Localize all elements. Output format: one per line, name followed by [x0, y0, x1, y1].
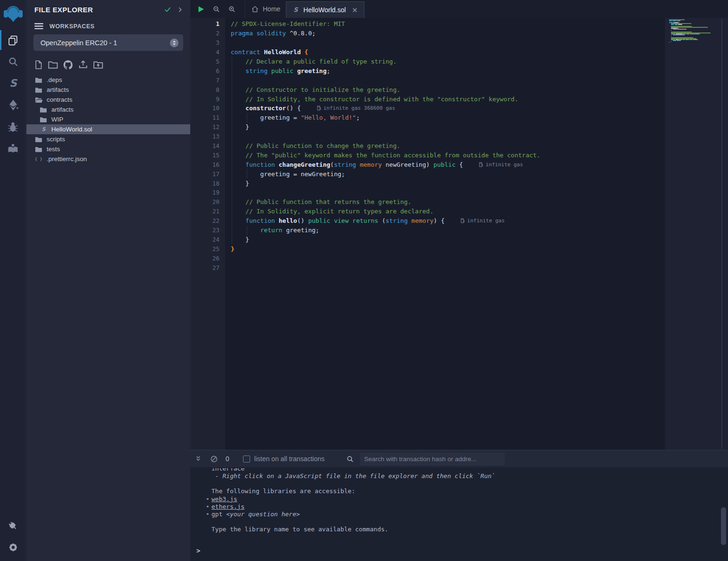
code-line-11[interactable]: 11 greeting = "Hello, World!"; [190, 113, 665, 122]
tab-active-label: HelloWorld.sol [303, 6, 346, 14]
tree-item-label: artifacts [51, 106, 73, 113]
zoom-out-icon[interactable] [212, 5, 220, 13]
code-line-9[interactable]: 9 // In Solidity, the constructor is def… [190, 94, 665, 104]
close-tab-icon[interactable] [351, 7, 358, 14]
tree-item-artifacts[interactable]: artifacts [26, 85, 190, 95]
collapse-terminal-icon[interactable] [194, 455, 202, 463]
terminal-line: - Right click on a JavaScript file in th… [211, 472, 728, 480]
gas-estimate-badge[interactable]: infinite gas 368600 gas [317, 105, 395, 111]
clone-github-icon[interactable] [63, 59, 73, 70]
code-line-4[interactable]: 4contract HelloWorld { [190, 48, 665, 57]
code-line-6[interactable]: 6 string public greeting; [190, 66, 665, 75]
code-editor[interactable]: 1// SPDX-License-Identifier: MIT2pragma … [190, 18, 728, 450]
line-number: 8 [190, 86, 225, 93]
terminal-scrollbar-thumb[interactable] [721, 507, 726, 545]
remix-logo[interactable] [0, 3, 26, 26]
home-icon [251, 5, 259, 13]
workspaces-menu-icon[interactable] [34, 23, 43, 30]
terminal-prompt[interactable]: > [194, 547, 728, 554]
line-text: return greeting; [231, 227, 319, 234]
clear-console-icon[interactable] [210, 455, 218, 463]
line-number: 17 [190, 171, 225, 178]
code-line-13[interactable]: 13 [190, 132, 665, 141]
code-line-20[interactable]: 20 // Public function that returns the g… [190, 197, 665, 207]
tree-item-artifacts[interactable]: artifacts [26, 105, 190, 114]
code-line-26[interactable]: 26 [190, 253, 665, 263]
file-explorer-panel: FILE EXPLORER WORKSPACES OpenZeppelin ER… [26, 0, 190, 561]
folder-icon [34, 77, 43, 83]
terminal-link-ethers-js[interactable]: ethers.js [211, 503, 244, 510]
line-number: 7 [190, 77, 225, 84]
code-line-12[interactable]: 12 } [190, 122, 665, 132]
tree-item-wip[interactable]: WIP [26, 114, 190, 124]
code-content: 1// SPDX-License-Identifier: MIT2pragma … [190, 19, 665, 272]
deploy-run-icon[interactable] [0, 94, 26, 116]
code-line-15[interactable]: 15 // The "public" keyword makes the fun… [190, 150, 665, 160]
code-line-14[interactable]: 14 // Public function to change the gree… [190, 141, 665, 151]
code-line-23[interactable]: 23 return greeting; [190, 226, 665, 235]
tree-item--prettierrc-json[interactable]: { }.prettierrc.json [26, 154, 190, 164]
plugin-manager-icon[interactable] [0, 515, 26, 537]
code-line-17[interactable]: 17 greeting = newGreeting; [190, 169, 665, 179]
workspace-ok-check-icon[interactable] [163, 5, 172, 14]
listen-transactions-checkbox[interactable] [243, 455, 250, 463]
terminal-output[interactable]: interface - Right click on a JavaScript … [190, 467, 728, 554]
code-line-3[interactable]: 3 [190, 38, 665, 48]
terminal-line: •web3.js [211, 496, 728, 503]
gas-estimate-badge[interactable]: infinite gas [461, 218, 504, 224]
tree-item-scripts[interactable]: scripts [26, 134, 190, 144]
settings-gear-icon[interactable] [0, 537, 26, 558]
new-folder-icon[interactable] [48, 59, 58, 70]
debugger-icon[interactable] [0, 116, 26, 138]
tab-helloworld-sol[interactable]: S HelloWorld.sol [286, 1, 364, 18]
line-number: 21 [190, 208, 225, 215]
gas-estimate-badge[interactable]: infinite gas [479, 162, 523, 168]
braces-icon: { } [34, 156, 43, 163]
workspace-select[interactable]: OpenZeppelin ERC20 - 1 [33, 34, 183, 51]
learneth-icon[interactable] [0, 138, 26, 159]
code-line-19[interactable]: 19 [190, 188, 665, 197]
code-line-8[interactable]: 8 // Constructor to initialize the greet… [190, 85, 665, 94]
search-icon[interactable] [0, 51, 26, 73]
tree-item-contracts[interactable]: contracts [26, 95, 190, 105]
code-line-22[interactable]: 22 function hello() public view returns … [190, 216, 665, 226]
line-text: // SPDX-License-Identifier: MIT [231, 20, 345, 27]
tab-home[interactable]: Home [245, 0, 286, 18]
code-line-27[interactable]: 27 [190, 263, 665, 272]
publish-gist-icon[interactable] [78, 59, 89, 70]
tree-item-label: scripts [47, 136, 65, 143]
code-line-10[interactable]: 10 constructor() {infinite gas 368600 ga… [190, 104, 665, 113]
code-line-7[interactable]: 7 [190, 75, 665, 85]
solidity-compiler-icon[interactable]: S [0, 73, 26, 94]
file-explorer-icon[interactable] [0, 29, 26, 51]
line-number: 15 [190, 152, 225, 159]
zoom-in-icon[interactable] [228, 5, 236, 13]
code-line-5[interactable]: 5 // Declare a public field of type stri… [190, 57, 665, 66]
terminal-search-input[interactable] [360, 453, 505, 465]
code-line-16[interactable]: 16 function changeGreeting(string memory… [190, 160, 665, 169]
line-text: constructor() { [231, 105, 301, 112]
indent-guide [247, 226, 247, 235]
tree-item--deps[interactable]: .deps [26, 75, 190, 85]
tree-item-label: contracts [47, 96, 73, 103]
tab-home-label: Home [263, 5, 280, 13]
tree-item-tests[interactable]: tests [26, 144, 190, 154]
terminal-link-web3-js[interactable]: web3.js [211, 496, 237, 503]
code-line-2[interactable]: 2pragma solidity ^0.8.0; [190, 29, 665, 38]
tree-item-helloworld-sol[interactable]: SHelloWorld.sol [26, 124, 190, 134]
code-line-18[interactable]: 18 } [190, 179, 665, 188]
editor-minimap[interactable] [665, 18, 728, 450]
code-line-21[interactable]: 21 // In Solidity, explicit return types… [190, 207, 665, 216]
run-script-play-icon[interactable] [197, 5, 205, 13]
code-line-1[interactable]: 1// SPDX-License-Identifier: MIT [190, 19, 665, 29]
new-file-icon[interactable] [33, 59, 43, 70]
code-line-25[interactable]: 25} [190, 244, 665, 253]
code-line-24[interactable]: 24 } [190, 235, 665, 244]
main-area: Home S HelloWorld.sol 1// SPDX-License-I… [190, 0, 728, 561]
folder-icon [34, 136, 43, 143]
editor-scrollbar[interactable] [721, 19, 722, 449]
line-number: 23 [190, 227, 225, 234]
collapse-panel-chevron-icon[interactable] [177, 6, 184, 13]
upload-folder-icon[interactable] [93, 59, 104, 70]
workspace-sort-icon[interactable] [169, 38, 179, 48]
